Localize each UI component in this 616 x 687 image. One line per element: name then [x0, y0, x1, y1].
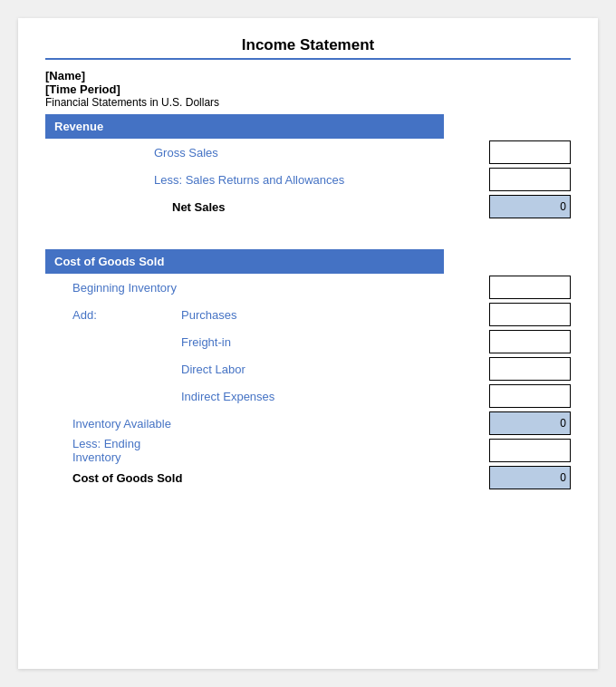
net-sales-label: Net Sales	[45, 200, 471, 214]
revenue-section: Revenue Gross Sales Less: Sales Returns …	[45, 114, 571, 220]
cogs-values: 0 0	[471, 274, 571, 491]
indirect-expenses-label: Indirect Expenses	[181, 390, 471, 403]
net-sales-row: Net Sales	[45, 193, 471, 220]
beginning-inventory-label: Beginning Inventory	[45, 281, 181, 295]
gross-sales-value-wrapper	[489, 139, 571, 166]
gross-sales-label: Gross Sales	[45, 146, 471, 160]
beginning-inventory-value-wrapper	[489, 274, 571, 301]
indirect-expenses-row: Indirect Expenses	[45, 382, 471, 410]
gross-sales-input[interactable]	[489, 140, 571, 164]
time-period: [Time Period]	[45, 82, 571, 96]
indirect-expenses-value-wrapper	[489, 382, 571, 410]
less-sales-returns-label: Less: Sales Returns and Allowances	[45, 173, 471, 187]
less-ending-inventory-row: Less: Ending Inventory	[45, 437, 471, 464]
revenue-labels: Gross Sales Less: Sales Returns and Allo…	[45, 139, 471, 220]
less-ending-inventory-value-wrapper	[489, 437, 571, 464]
add-label: Add:	[45, 308, 181, 322]
direct-labor-value-wrapper	[489, 355, 571, 382]
currency-note: Financial Statements in U.S. Dollars	[45, 96, 571, 109]
freight-in-value-wrapper	[489, 328, 571, 355]
less-sales-returns-input[interactable]	[489, 168, 571, 191]
revenue-header: Revenue	[45, 114, 444, 139]
purchases-row: Add: Purchases	[45, 301, 471, 328]
gross-sales-row: Gross Sales	[45, 139, 471, 166]
beginning-inventory-input[interactable]	[489, 276, 571, 299]
indirect-expenses-input[interactable]	[489, 384, 571, 408]
net-sales-value-wrapper: 0	[489, 193, 571, 220]
company-name: [Name]	[45, 69, 571, 82]
less-ending-inventory-input[interactable]	[489, 439, 571, 462]
cogs-content: Beginning Inventory Add: Purchases Freig…	[45, 274, 571, 491]
freight-in-input[interactable]	[489, 330, 571, 353]
income-statement-page: Income Statement [Name] [Time Period] Fi…	[18, 18, 598, 669]
cost-of-goods-sold-value-wrapper: 0	[489, 464, 571, 491]
inventory-available-value: 0	[489, 411, 571, 435]
less-sales-returns-value-wrapper	[489, 166, 571, 193]
net-sales-value: 0	[489, 195, 571, 218]
title-section: Income Statement	[45, 36, 571, 60]
cogs-section: Cost of Goods Sold Beginning Inventory A…	[45, 249, 571, 491]
inventory-available-label: Inventory Available	[45, 417, 181, 431]
revenue-values: 0	[471, 139, 571, 220]
cost-of-goods-sold-label: Cost of Goods Sold	[45, 471, 471, 485]
cost-of-goods-sold-row: Cost of Goods Sold	[45, 464, 471, 491]
beginning-inventory-row: Beginning Inventory	[45, 274, 471, 301]
cogs-labels: Beginning Inventory Add: Purchases Freig…	[45, 274, 471, 491]
inventory-available-row: Inventory Available	[45, 410, 471, 437]
direct-labor-row: Direct Labor	[45, 355, 471, 382]
cost-of-goods-sold-value: 0	[489, 466, 571, 489]
less-ending-inventory-label: Less: Ending Inventory	[45, 437, 181, 464]
page-title: Income Statement	[45, 36, 571, 54]
purchases-input[interactable]	[489, 303, 571, 326]
inventory-available-value-wrapper: 0	[489, 410, 571, 437]
purchases-label: Purchases	[181, 308, 471, 322]
revenue-content: Gross Sales Less: Sales Returns and Allo…	[45, 139, 571, 220]
less-sales-returns-row: Less: Sales Returns and Allowances	[45, 166, 471, 193]
purchases-value-wrapper	[489, 301, 571, 328]
freight-in-row: Freight-in	[45, 328, 471, 355]
freight-in-label: Freight-in	[181, 335, 471, 349]
direct-labor-label: Direct Labor	[181, 363, 471, 376]
direct-labor-input[interactable]	[489, 357, 571, 381]
cogs-header: Cost of Goods Sold	[45, 249, 444, 274]
